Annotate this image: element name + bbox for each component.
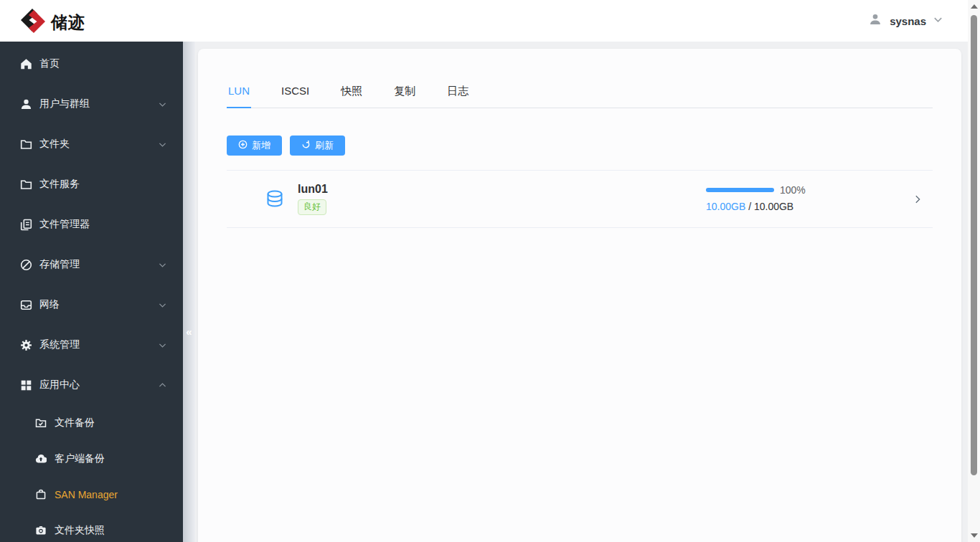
folder-icon: [19, 178, 32, 191]
folder-icon: [19, 138, 32, 151]
network-icon: [19, 298, 32, 311]
gear-icon: [19, 338, 32, 351]
chevron-down-icon: [158, 140, 167, 149]
main-content: LUN ISCSI 快照 复制 日志 新增 刷新: [195, 42, 968, 542]
sidebar-item-label: 文件服务: [39, 178, 167, 191]
lun-info: lun01 良好: [298, 183, 328, 215]
plus-circle-icon: [238, 140, 248, 151]
lun-usage: 100% 10.00GB / 10.00GB: [706, 184, 824, 212]
toolbar: 新增 刷新: [227, 136, 933, 156]
lun-list: lun01 良好 100% 10.00GB / 10.00GB: [227, 170, 933, 228]
scroll-up-arrow-icon[interactable]: [971, 4, 978, 9]
tab-lun[interactable]: LUN: [227, 85, 251, 108]
sidebar-item-label: 文件夹: [39, 138, 158, 151]
page-scrollbar[interactable]: [968, 0, 980, 542]
chevron-right-icon: [913, 194, 923, 204]
tab-log[interactable]: 日志: [446, 85, 470, 108]
shop-icon: [34, 488, 47, 501]
user-chevron-down-icon: [933, 14, 943, 28]
tab-iscsi[interactable]: ISCSI: [280, 85, 311, 108]
home-icon: [19, 57, 32, 70]
folder-check-icon: [34, 417, 47, 429]
sidebar-item-san-manager[interactable]: SAN Manager: [0, 477, 183, 513]
database-icon: [264, 189, 286, 210]
sidebar-item-app-center[interactable]: 应用中心: [0, 365, 183, 405]
sidebar-item-storage-management[interactable]: 存储管理: [0, 244, 183, 285]
chevron-down-icon: [158, 300, 167, 310]
sidebar-item-label: 网络: [39, 298, 158, 311]
sidebar-item-home[interactable]: 首页: [0, 44, 183, 84]
sidebar-item-file-backup[interactable]: 文件备份: [0, 405, 183, 441]
usage-total: 10.00GB: [754, 201, 793, 212]
top-header: 储迹 sysnas: [0, 0, 968, 42]
sidebar-item-folder-snapshot[interactable]: 文件夹快照: [0, 513, 183, 542]
add-button[interactable]: 新增: [227, 136, 282, 156]
file-manager-icon: [19, 218, 32, 231]
lun-name: lun01: [298, 183, 328, 196]
users-icon: [19, 98, 32, 110]
lun-row[interactable]: lun01 良好 100% 10.00GB / 10.00GB: [227, 170, 933, 228]
refresh-button-label: 刷新: [315, 139, 334, 152]
brand-name: 储迹: [51, 11, 85, 34]
brand-logo: 储迹: [19, 6, 85, 38]
usage-progress-bar: [706, 188, 774, 192]
sidebar-item-label: 文件管理器: [39, 218, 167, 231]
chevron-up-icon: [158, 381, 167, 390]
sidebar-item-system-management[interactable]: 系统管理: [0, 325, 183, 365]
usage-used: 10.00GB: [706, 201, 745, 212]
scroll-down-arrow-icon[interactable]: [971, 533, 978, 538]
sidebar-item-label: 文件备份: [55, 417, 167, 429]
sidebar-item-label: 存储管理: [39, 258, 158, 271]
usage-percent: 100%: [780, 184, 806, 196]
cloud-upload-icon: [34, 452, 47, 465]
sidebar-gutter: «: [183, 42, 195, 542]
sidebar-item-label: 文件夹快照: [55, 524, 167, 537]
brand-logo-icon: [19, 6, 47, 38]
camera-icon: [34, 524, 47, 537]
sidebar-item-label: 应用中心: [39, 379, 158, 391]
chevron-down-icon: [158, 260, 167, 270]
lun-status-badge: 良好: [298, 199, 326, 215]
tab-snapshot[interactable]: 快照: [339, 85, 364, 108]
tab-replication[interactable]: 复制: [392, 85, 417, 108]
username: sysnas: [890, 15, 926, 27]
sidebar-item-label: 客户端备份: [55, 452, 167, 465]
sidebar-item-folders[interactable]: 文件夹: [0, 124, 183, 164]
refresh-icon: [301, 140, 311, 151]
tab-bar: LUN ISCSI 快照 复制 日志: [227, 85, 933, 108]
sidebar-collapse-icon[interactable]: «: [183, 325, 195, 338]
user-avatar-icon: [867, 11, 883, 30]
scrollbar-thumb[interactable]: [971, 15, 977, 475]
sidebar-item-label: 用户与群组: [39, 98, 158, 110]
refresh-button[interactable]: 刷新: [290, 136, 345, 156]
chevron-down-icon: [158, 341, 167, 350]
sidebar-item-label: 首页: [39, 57, 167, 70]
sidebar-item-users-groups[interactable]: 用户与群组: [0, 84, 183, 124]
storage-icon: [19, 258, 32, 271]
sidebar-item-file-manager[interactable]: 文件管理器: [0, 204, 183, 244]
sidebar-item-client-backup[interactable]: 客户端备份: [0, 441, 183, 477]
usage-separator: /: [748, 201, 751, 212]
sidebar-item-network[interactable]: 网络: [0, 285, 183, 325]
sidebar-item-file-services[interactable]: 文件服务: [0, 164, 183, 204]
sidebar-item-label: SAN Manager: [55, 489, 167, 500]
add-button-label: 新增: [252, 139, 270, 152]
content-card: LUN ISCSI 快照 复制 日志 新增 刷新: [198, 49, 961, 542]
apps-icon: [19, 379, 32, 391]
sidebar: 首页 用户与群组 文件夹 文件服务 文件管理器 存储: [0, 42, 183, 542]
chevron-down-icon: [158, 100, 167, 109]
sidebar-item-label: 系统管理: [39, 338, 158, 351]
user-menu[interactable]: sysnas: [867, 0, 943, 42]
